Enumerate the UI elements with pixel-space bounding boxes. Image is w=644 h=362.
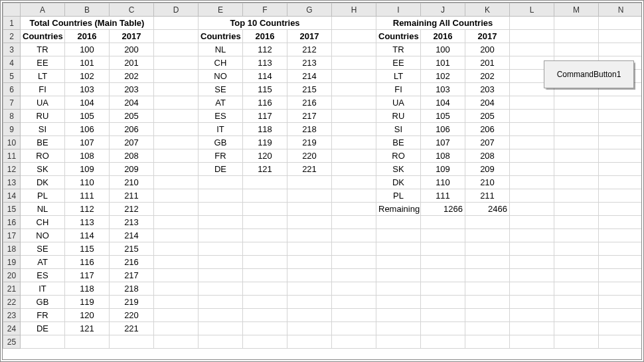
cell-C20[interactable]: 217 [110, 269, 154, 282]
row-header-24[interactable]: 24 [3, 322, 21, 335]
cell-J20[interactable] [421, 269, 465, 282]
cell-E14[interactable] [199, 189, 243, 203]
cell-G8[interactable]: 217 [287, 110, 332, 123]
cell-A18[interactable]: SE [21, 242, 65, 256]
cell-G9[interactable]: 218 [287, 123, 332, 136]
cell-I7[interactable]: UA [376, 96, 421, 110]
cell-L14[interactable] [510, 189, 554, 203]
cell-K24[interactable] [465, 322, 510, 335]
cell-M24[interactable] [554, 322, 599, 335]
cell-N20[interactable] [599, 269, 643, 282]
cell-M11[interactable] [554, 149, 599, 163]
cell-I21[interactable] [376, 282, 421, 296]
cell-H8[interactable] [332, 110, 376, 123]
cell-A17[interactable]: NO [21, 229, 65, 242]
cell-A3[interactable]: TR [21, 43, 65, 56]
cell-K21[interactable] [465, 282, 510, 296]
row-header-22[interactable]: 22 [3, 296, 21, 309]
cell-G18[interactable] [287, 242, 332, 256]
cell-G23[interactable] [287, 309, 332, 322]
cell-F2[interactable]: 2016 [243, 30, 287, 43]
cell-C21[interactable]: 218 [110, 282, 154, 296]
cell-A12[interactable]: SK [21, 163, 65, 176]
row-header-25[interactable]: 25 [3, 335, 21, 349]
cell-A5[interactable]: LT [21, 70, 65, 83]
cell-A10[interactable]: BE [21, 136, 65, 149]
cell-L11[interactable] [510, 149, 554, 163]
cell-F3[interactable]: 112 [243, 43, 287, 56]
cell-N17[interactable] [599, 229, 643, 242]
cell-E21[interactable] [199, 282, 243, 296]
cell-C10[interactable]: 207 [110, 136, 154, 149]
cell-G15[interactable] [287, 203, 332, 216]
cell-J3[interactable]: 100 [421, 43, 465, 56]
cell-C6[interactable]: 203 [110, 83, 154, 96]
cell-K25[interactable] [465, 335, 510, 349]
cell-F5[interactable]: 114 [243, 70, 287, 83]
cell-M15[interactable] [554, 203, 599, 216]
cell-A2[interactable]: Countries [21, 30, 65, 43]
cell-A13[interactable]: DK [21, 176, 65, 189]
cell-G6[interactable]: 215 [287, 83, 332, 96]
cell-H19[interactable] [332, 256, 376, 269]
cell-L3[interactable] [510, 43, 554, 56]
cell-M25[interactable] [554, 335, 599, 349]
cell-H3[interactable] [332, 43, 376, 56]
cell-E4[interactable]: CH [199, 56, 243, 70]
cell-H11[interactable] [332, 149, 376, 163]
cell-H4[interactable] [332, 56, 376, 70]
cell-M9[interactable] [554, 123, 599, 136]
row-header-11[interactable]: 11 [3, 149, 21, 163]
cell-C12[interactable]: 209 [110, 163, 154, 176]
cell-M17[interactable] [554, 229, 599, 242]
cell-I16[interactable] [376, 216, 421, 229]
cell-D22[interactable] [154, 296, 199, 309]
cell-L21[interactable] [510, 282, 554, 296]
row-header-12[interactable]: 12 [3, 163, 21, 176]
cell-M20[interactable] [554, 269, 599, 282]
cell-M14[interactable] [554, 189, 599, 203]
cell-G19[interactable] [287, 256, 332, 269]
cell-A20[interactable]: ES [21, 269, 65, 282]
cell-G11[interactable]: 220 [287, 149, 332, 163]
cell-M8[interactable] [554, 110, 599, 123]
cell-J10[interactable]: 107 [421, 136, 465, 149]
cell-B4[interactable]: 101 [65, 56, 110, 70]
row-header-6[interactable]: 6 [3, 83, 21, 96]
cell-E17[interactable] [199, 229, 243, 242]
cell-J25[interactable] [421, 335, 465, 349]
cell-G12[interactable]: 221 [287, 163, 332, 176]
cell-K2[interactable]: 2017 [465, 30, 510, 43]
cell-L16[interactable] [510, 216, 554, 229]
cell-A6[interactable]: FI [21, 83, 65, 96]
cell-E22[interactable] [199, 296, 243, 309]
cell-B19[interactable]: 116 [65, 256, 110, 269]
cell-C11[interactable]: 208 [110, 149, 154, 163]
cell-D5[interactable] [154, 70, 199, 83]
cell-F15[interactable] [243, 203, 287, 216]
cell-J22[interactable] [421, 296, 465, 309]
cell-K7[interactable]: 204 [465, 96, 510, 110]
column-header-A[interactable]: A [21, 3, 65, 17]
cell-F10[interactable]: 119 [243, 136, 287, 149]
cell-D7[interactable] [154, 96, 199, 110]
row-header-17[interactable]: 17 [3, 229, 21, 242]
cell-D15[interactable] [154, 203, 199, 216]
cell-I3[interactable]: TR [376, 43, 421, 56]
cell-J21[interactable] [421, 282, 465, 296]
cell-J16[interactable] [421, 216, 465, 229]
cell-B18[interactable]: 115 [65, 242, 110, 256]
cell-C8[interactable]: 205 [110, 110, 154, 123]
cell-J12[interactable]: 109 [421, 163, 465, 176]
cell-G10[interactable]: 219 [287, 136, 332, 149]
cell-B25[interactable] [65, 335, 110, 349]
cell-J18[interactable] [421, 242, 465, 256]
cell-C9[interactable]: 206 [110, 123, 154, 136]
cell-I18[interactable] [376, 242, 421, 256]
cell-A9[interactable]: SI [21, 123, 65, 136]
cell-G13[interactable] [287, 176, 332, 189]
cell-J9[interactable]: 106 [421, 123, 465, 136]
cell-K17[interactable] [465, 229, 510, 242]
cell-N24[interactable] [599, 322, 643, 335]
cell-G25[interactable] [287, 335, 332, 349]
